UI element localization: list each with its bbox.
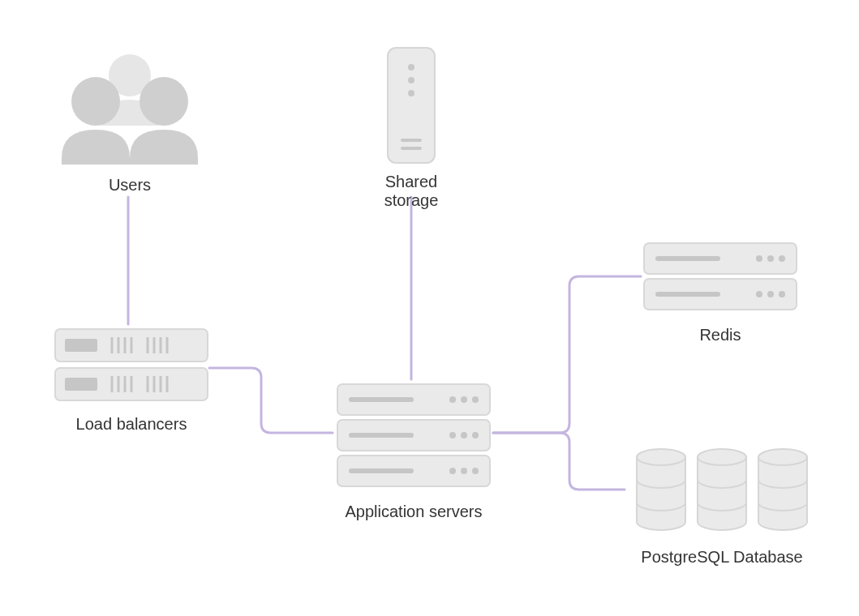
svg-point-32 — [461, 396, 467, 403]
application-servers-icon — [334, 379, 493, 493]
svg-point-56 — [758, 449, 807, 465]
connector-appservers-postgresql — [493, 433, 625, 490]
svg-point-5 — [408, 77, 414, 83]
svg-point-42 — [461, 468, 467, 474]
node-users: Users — [57, 45, 203, 195]
application-servers-label: Application servers — [333, 503, 495, 521]
svg-point-53 — [779, 291, 785, 297]
svg-point-2 — [140, 77, 188, 126]
connector-appservers-redis — [493, 276, 641, 433]
svg-point-31 — [449, 396, 456, 403]
postgresql-icon — [629, 441, 815, 538]
svg-point-1 — [71, 77, 120, 126]
connector-loadbalancers-appservers — [209, 368, 333, 433]
svg-point-33 — [472, 396, 479, 403]
svg-rect-8 — [401, 147, 422, 150]
svg-point-37 — [461, 432, 467, 438]
svg-point-41 — [449, 468, 456, 474]
svg-point-48 — [779, 255, 785, 262]
shared-storage-label: Shared storage — [359, 173, 464, 210]
redis-icon — [641, 240, 800, 316]
svg-rect-50 — [655, 292, 720, 297]
users-label: Users — [57, 176, 203, 195]
svg-point-36 — [449, 432, 456, 438]
svg-point-54 — [637, 449, 685, 465]
svg-point-4 — [408, 64, 414, 71]
node-shared-storage: Shared storage — [359, 45, 464, 210]
svg-point-46 — [756, 255, 762, 262]
redis-label: Redis — [639, 326, 801, 344]
svg-rect-30 — [349, 397, 414, 402]
svg-point-55 — [698, 449, 746, 465]
svg-point-6 — [408, 90, 414, 96]
shared-storage-icon — [380, 45, 443, 166]
load-balancers-icon — [52, 324, 211, 405]
node-postgresql: PostgreSQL Database — [625, 441, 819, 567]
postgresql-label: PostgreSQL Database — [625, 548, 819, 567]
node-application-servers: Application servers — [333, 379, 495, 521]
svg-rect-40 — [349, 468, 414, 473]
users-icon — [57, 45, 203, 166]
svg-point-47 — [767, 255, 774, 262]
svg-point-51 — [756, 291, 762, 297]
svg-point-52 — [767, 291, 774, 297]
svg-point-38 — [472, 432, 479, 438]
load-balancers-label: Load balancers — [50, 415, 213, 434]
node-load-balancers: Load balancers — [50, 324, 213, 434]
svg-rect-20 — [65, 378, 97, 391]
svg-rect-45 — [655, 256, 720, 261]
svg-rect-10 — [65, 339, 97, 352]
svg-point-43 — [472, 468, 479, 474]
svg-rect-7 — [401, 139, 422, 142]
svg-rect-35 — [349, 433, 414, 438]
node-redis: Redis — [639, 240, 801, 344]
